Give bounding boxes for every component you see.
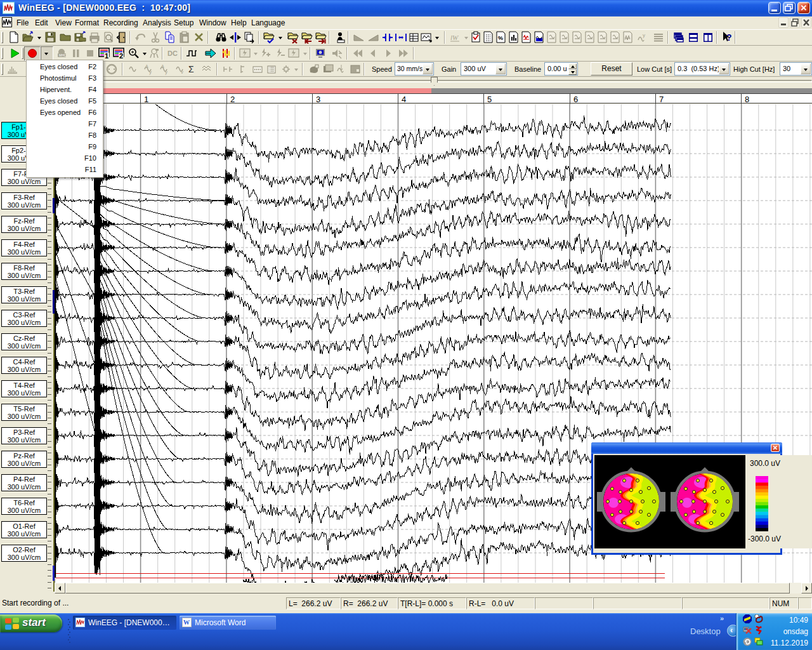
svg-text:DC: DC (167, 50, 178, 57)
svg-text:y: y (165, 69, 167, 75)
svg-text:2: 2 (119, 52, 123, 60)
svg-text:y: y (643, 32, 645, 38)
svg-text:%: % (498, 35, 503, 41)
svg-text:v: v (181, 69, 183, 75)
svg-text:lW: lW (450, 34, 459, 41)
svg-text:W: W (183, 619, 190, 626)
svg-text:?: ? (726, 32, 732, 43)
svg-text:MHC: MHC (59, 53, 67, 57)
svg-text:A: A (161, 64, 164, 69)
svg-text:A: A (145, 64, 148, 69)
svg-text:y: y (149, 69, 152, 75)
svg-text:Σ: Σ (188, 64, 194, 74)
svg-text:1: 1 (105, 52, 108, 60)
